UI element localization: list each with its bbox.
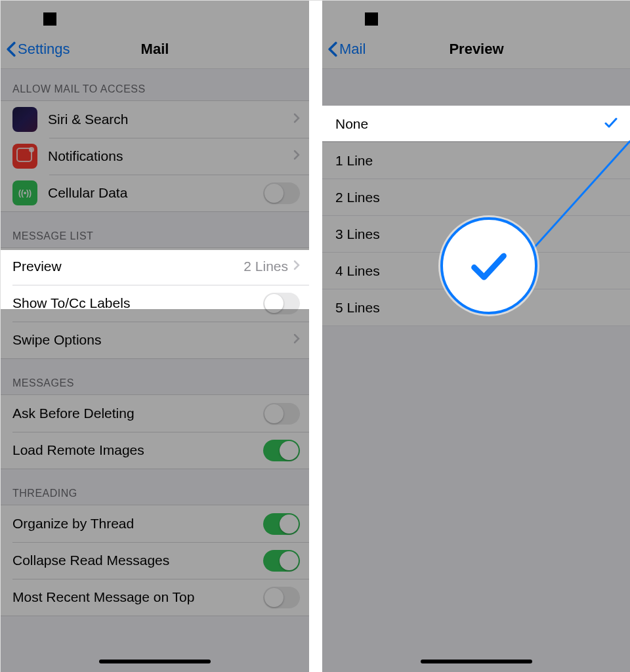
nav-bar: Mail Preview: [322, 30, 630, 69]
row-load-images[interactable]: Load Remote Images: [1, 432, 309, 469]
section-header-msglist: MESSAGE LIST: [1, 212, 309, 247]
row-most-recent-top[interactable]: Most Recent Message on Top: [1, 579, 309, 616]
most-recent-toggle[interactable]: [263, 587, 300, 608]
option-label: 1 Line: [335, 153, 373, 169]
section-header-threading: THREADING: [1, 469, 309, 505]
row-label: Show To/Cc Labels: [12, 295, 130, 311]
status-icon: [365, 12, 378, 26]
group-access: Siri & Search Notifications ((•)) Cellul…: [1, 100, 309, 212]
option-label: 2 Lines: [335, 190, 380, 205]
row-notifications[interactable]: Notifications: [1, 138, 309, 175]
row-label: Organize by Thread: [12, 516, 134, 532]
row-label: Load Remote Images: [12, 442, 144, 458]
row-ask-delete[interactable]: Ask Before Deleting: [1, 395, 309, 432]
option-label: 4 Lines: [335, 263, 380, 279]
chevron-right-icon: [293, 150, 300, 163]
page-title: Mail: [1, 41, 309, 58]
screenshot-divider: [309, 1, 322, 672]
option-label: None: [335, 116, 368, 132]
status-bar: [322, 1, 630, 30]
tocc-toggle[interactable]: [263, 293, 300, 314]
section-header-access: ALLOW MAIL TO ACCESS: [1, 69, 309, 100]
status-bar: [1, 1, 309, 30]
notifications-icon: [12, 144, 37, 169]
row-cellular-data[interactable]: ((•)) Cellular Data: [1, 175, 309, 211]
siri-icon: [12, 107, 37, 132]
row-label: Ask Before Deleting: [12, 406, 135, 421]
checkmark-icon: [469, 249, 509, 282]
organize-toggle[interactable]: [263, 513, 300, 535]
option-2lines[interactable]: 2 Lines: [322, 179, 630, 216]
row-label: Swipe Options: [12, 332, 101, 348]
option-1line[interactable]: 1 Line: [322, 142, 630, 179]
row-organize-thread[interactable]: Organize by Thread: [1, 505, 309, 542]
row-collapse-read[interactable]: Collapse Read Messages: [1, 542, 309, 579]
page-title: Preview: [322, 41, 630, 58]
screenshot-mail-settings: Settings Mail ALLOW MAIL TO ACCESS Siri …: [1, 1, 309, 672]
screenshot-preview-settings: Mail Preview None 1 Line 2 Lines 3 Lines…: [322, 1, 630, 672]
row-label: Preview: [12, 259, 62, 274]
chevron-right-icon: [293, 113, 300, 126]
chevron-right-icon: [293, 333, 300, 346]
ask-delete-toggle[interactable]: [263, 403, 300, 425]
row-tocc[interactable]: Show To/Cc Labels: [1, 285, 309, 322]
option-label: 5 Lines: [335, 300, 380, 316]
cellular-toggle[interactable]: [263, 182, 300, 204]
home-indicator[interactable]: [421, 660, 532, 663]
status-icon: [43, 12, 56, 26]
row-label: Siri & Search: [48, 112, 129, 127]
option-none[interactable]: None: [322, 106, 630, 142]
option-label: 3 Lines: [335, 226, 380, 242]
row-siri[interactable]: Siri & Search: [1, 101, 309, 138]
row-preview[interactable]: Preview 2 Lines: [1, 248, 309, 285]
checkmark-icon: [604, 116, 618, 132]
row-label: Notifications: [48, 148, 123, 164]
collapse-toggle[interactable]: [263, 550, 300, 572]
section-gap: [322, 69, 630, 106]
row-value: 2 Lines: [243, 259, 288, 274]
cellular-icon: ((•)): [12, 180, 37, 205]
row-label: Cellular Data: [48, 185, 127, 201]
home-indicator[interactable]: [99, 660, 211, 663]
load-images-toggle[interactable]: [263, 440, 300, 461]
group-message-list: Preview 2 Lines Show To/Cc Labels Swipe …: [1, 247, 309, 359]
row-label: Collapse Read Messages: [12, 553, 169, 568]
nav-bar: Settings Mail: [1, 30, 309, 69]
row-label: Most Recent Message on Top: [12, 589, 194, 605]
annotation-circle: [440, 217, 537, 314]
section-header-messages: MESSAGES: [1, 359, 309, 394]
group-threading: Organize by Thread Collapse Read Message…: [1, 505, 309, 616]
group-messages: Ask Before Deleting Load Remote Images: [1, 394, 309, 469]
chevron-right-icon: [293, 260, 300, 273]
row-swipe[interactable]: Swipe Options: [1, 322, 309, 358]
